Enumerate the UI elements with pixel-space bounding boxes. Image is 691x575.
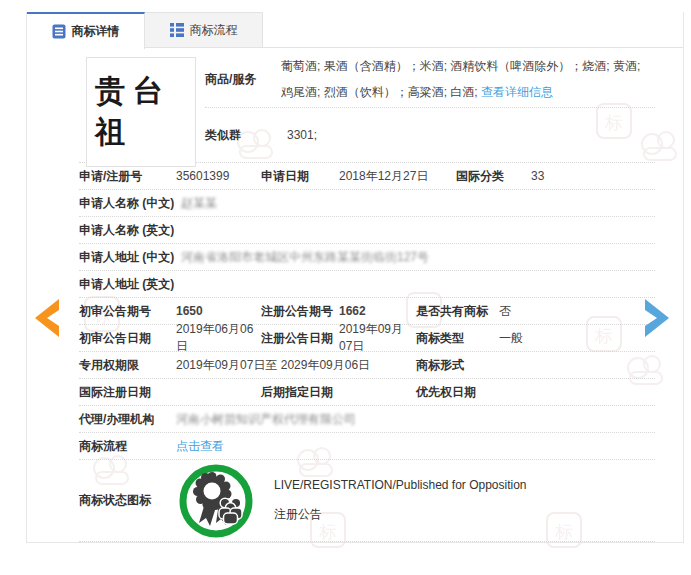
- row-applicant-name-cn: 申请人名称 (中文) 赵某某: [79, 190, 655, 217]
- intl-class-label: 国际分类: [456, 168, 531, 185]
- later-desig-date-label: 后期指定日期: [261, 384, 339, 401]
- view-details-link[interactable]: 查看详细信息: [481, 85, 553, 99]
- row-trademark-process: 商标流程 点击查看: [79, 433, 655, 460]
- first-pub-no-value: 1650: [176, 304, 261, 318]
- row-exclusive-term: 专用权期限 2019年09月07日至 2029年09月06日 商标形式: [79, 352, 655, 379]
- list-grid-icon: [170, 23, 184, 37]
- detail-content: 贵台祖 商品/服务 葡萄酒; 果酒（含酒精）；米酒; 酒精饮料（啤酒除外）；烧酒…: [27, 48, 683, 542]
- first-pub-date-value: 2019年06月06日: [176, 321, 261, 355]
- app-date-value: 2018年12月27日: [339, 168, 456, 185]
- tab-bar: 商标详情 商标流程: [27, 12, 683, 48]
- agency-label: 代理/办理机构: [79, 411, 176, 428]
- tab-trademark-details[interactable]: 商标详情: [27, 12, 145, 49]
- click-to-view-link[interactable]: 点击查看: [176, 438, 224, 455]
- priority-date-label: 优先权日期: [416, 384, 499, 401]
- row-applicant-addr-cn: 申请人地址 (中文) 河南省洛阳市老城区中州东路某某街临街127号: [79, 244, 655, 271]
- status-line-chinese: 注册公告: [274, 506, 527, 523]
- shared-tm-label: 是否共有商标: [416, 303, 499, 320]
- trademark-detail-page: 标 商标详情: [0, 0, 691, 575]
- next-arrow-button[interactable]: [645, 299, 671, 337]
- goods-services-label: 商品/服务: [205, 53, 281, 107]
- similar-group-label: 类似群: [205, 127, 287, 144]
- reg-pub-no-label: 注册公告期号: [261, 303, 339, 320]
- goods-services-value: 葡萄酒; 果酒（含酒精）；米酒; 酒精饮料（啤酒除外）；烧酒; 黄酒; 鸡尾酒;…: [281, 53, 655, 107]
- term-value: 2019年09月07日至 2029年09月06日: [176, 357, 416, 374]
- tm-type-label: 商标类型: [416, 330, 499, 347]
- document-icon: [52, 24, 66, 39]
- tab-trademark-process-label: 商标流程: [190, 22, 238, 39]
- applicant-addr-cn-label: 申请人地址 (中文): [79, 249, 181, 266]
- status-icon-label: 商标状态图标: [79, 492, 176, 509]
- reg-no-label: 申请/注册号: [79, 168, 176, 185]
- reg-pub-date-label: 注册公告日期: [261, 330, 339, 347]
- applicant-addr-cn-value-redacted: 河南省洛阳市老城区中州东路某某街临街127号: [181, 249, 429, 266]
- row-registration-number: 申请/注册号 35601399 申请日期 2018年12月27日 国际分类 33: [79, 163, 655, 190]
- goods-services-row: 商品/服务 葡萄酒; 果酒（含酒精）；米酒; 酒精饮料（啤酒除外）；烧酒; 黄酒…: [205, 48, 655, 108]
- row-publication-dates: 初审公告日期 2019年06月06日 注册公告日期 2019年09月07日 商标…: [79, 325, 655, 352]
- previous-arrow-button[interactable]: [33, 299, 59, 337]
- trademark-detail-panel: 商标详情 商标流程 贵台祖 商品/服务 葡萄: [26, 12, 684, 543]
- app-date-label: 申请日期: [261, 168, 339, 185]
- applicant-addr-en-label: 申请人地址 (英文): [79, 276, 181, 293]
- row-applicant-addr-en: 申请人地址 (英文): [79, 271, 655, 298]
- intl-class-value: 33: [531, 169, 544, 183]
- row-intl-dates: 国际注册日期 后期指定日期 优先权日期: [79, 379, 655, 406]
- row-applicant-name-en: 申请人名称 (英文): [79, 217, 655, 244]
- status-texts: LIVE/REGISTRATION/Published for Oppositi…: [274, 478, 527, 523]
- reg-pub-no-value: 1662: [339, 304, 416, 318]
- similar-group-row: 类似群 3301;: [205, 108, 655, 162]
- registration-status-badge-icon: [176, 461, 256, 541]
- tab-trademark-process[interactable]: 商标流程: [145, 12, 263, 47]
- trademark-image: 贵台祖: [86, 57, 196, 167]
- applicant-name-en-label: 申请人名称 (英文): [79, 222, 181, 239]
- top-section: 贵台祖 商品/服务 葡萄酒; 果酒（含酒精）；米酒; 酒精饮料（啤酒除外）；烧酒…: [79, 48, 655, 163]
- applicant-name-cn-value-redacted: 赵某某: [181, 195, 217, 212]
- trademark-name: 贵台祖: [87, 71, 195, 153]
- top-right-fields: 商品/服务 葡萄酒; 果酒（含酒精）；米酒; 酒精饮料（啤酒除外）；烧酒; 黄酒…: [205, 48, 655, 162]
- term-label: 专用权期限: [79, 357, 176, 374]
- row-agency: 代理/办理机构 河南小树苗知识产权代理有限公司: [79, 406, 655, 433]
- intl-reg-date-label: 国际注册日期: [79, 384, 176, 401]
- first-pub-no-label: 初审公告期号: [79, 303, 176, 320]
- tm-type-value: 一般: [499, 330, 523, 347]
- first-pub-date-label: 初审公告日期: [79, 330, 176, 347]
- tab-trademark-details-label: 商标详情: [72, 23, 120, 40]
- row-trademark-status: 商标状态图标: [79, 460, 655, 542]
- agency-value-redacted: 河南小树苗知识产权代理有限公司: [176, 411, 356, 428]
- tm-form-label: 商标形式: [416, 357, 499, 374]
- similar-group-value: 3301;: [287, 128, 317, 142]
- applicant-name-cn-label: 申请人名称 (中文): [79, 195, 181, 212]
- shared-tm-value: 否: [499, 303, 511, 320]
- reg-pub-date-value: 2019年09月07日: [339, 321, 416, 355]
- reg-no-value: 35601399: [176, 169, 261, 183]
- status-line-english: LIVE/REGISTRATION/Published for Oppositi…: [274, 478, 527, 492]
- process-label: 商标流程: [79, 438, 176, 455]
